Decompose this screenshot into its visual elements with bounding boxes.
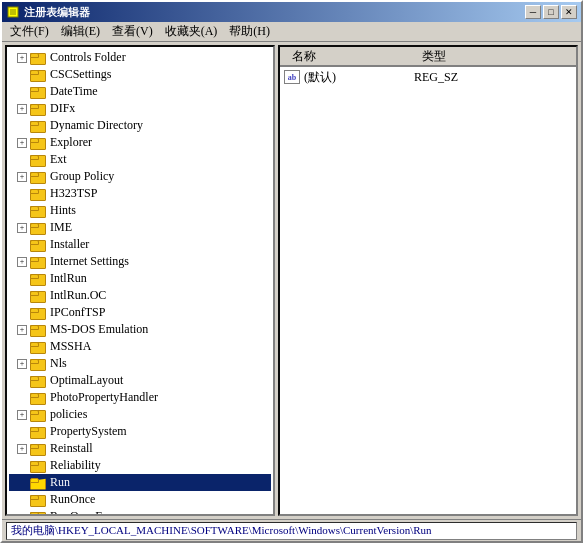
- expand-placeholder-runoncex: [17, 512, 27, 517]
- default-value-type: REG_SZ: [414, 70, 572, 85]
- tree-label-explorer: Explorer: [50, 135, 92, 150]
- folder-icon-difx: [30, 102, 46, 116]
- folder-icon-run: [30, 476, 46, 490]
- menu-item-menu-favorites[interactable]: 收藏夹(A): [159, 21, 224, 42]
- expand-placeholder-reliability: [17, 461, 27, 471]
- expand-placeholder-dynamic-directory: [17, 121, 27, 131]
- folder-icon-mssha: [30, 340, 46, 354]
- menu-bar: 文件(F)编辑(E)查看(V)收藏夹(A)帮助(H): [2, 22, 581, 42]
- expand-btn-policies[interactable]: +: [17, 410, 27, 420]
- tree-label-photo-property-handler: PhotoPropertyHandler: [50, 390, 158, 405]
- folder-icon-runoncex: [30, 510, 46, 517]
- tree-label-ime: IME: [50, 220, 72, 235]
- expand-btn-ms-dos-emulation[interactable]: +: [17, 325, 27, 335]
- tree-item-controls-folder[interactable]: +Controls Folder: [9, 49, 271, 66]
- tree-item-difx[interactable]: +DIFx: [9, 100, 271, 117]
- tree-label-csc-settings: CSCSettings: [50, 67, 111, 82]
- maximize-button[interactable]: □: [543, 5, 559, 19]
- tree-item-explorer[interactable]: +Explorer: [9, 134, 271, 151]
- menu-item-menu-file[interactable]: 文件(F): [4, 21, 55, 42]
- tree-item-internet-settings[interactable]: +Internet Settings: [9, 253, 271, 270]
- tree-label-ipconftsp: IPConfTSP: [50, 305, 105, 320]
- tree-item-group-policy[interactable]: +Group Policy: [9, 168, 271, 185]
- tree-item-hints[interactable]: Hints: [9, 202, 271, 219]
- expand-btn-ime[interactable]: +: [17, 223, 27, 233]
- tree-label-intlrun-oc: IntlRun.OC: [50, 288, 106, 303]
- tree-item-intlrun[interactable]: IntlRun: [9, 270, 271, 287]
- folder-icon-csc-settings: [30, 68, 46, 82]
- menu-item-menu-edit[interactable]: 编辑(E): [55, 21, 106, 42]
- tree-item-datetime[interactable]: DateTime: [9, 83, 271, 100]
- values-header: 名称 类型: [280, 47, 576, 67]
- status-bar: 我的电脑\HKEY_LOCAL_MACHINE\SOFTWARE\Microso…: [2, 519, 581, 541]
- tree-item-mssha[interactable]: MSSHA: [9, 338, 271, 355]
- tree-label-h323tsp: H323TSP: [50, 186, 97, 201]
- menu-item-menu-view[interactable]: 查看(V): [106, 21, 159, 42]
- tree-item-nls[interactable]: +Nls: [9, 355, 271, 372]
- tree-item-reinstall[interactable]: +Reinstall: [9, 440, 271, 457]
- expand-placeholder-mssha: [17, 342, 27, 352]
- tree-label-ext: Ext: [50, 152, 67, 167]
- tree-item-ext[interactable]: Ext: [9, 151, 271, 168]
- expand-placeholder-h323tsp: [17, 189, 27, 199]
- tree-label-policies: policies: [50, 407, 87, 422]
- default-value-row[interactable]: ab (默认) REG_SZ: [280, 67, 576, 87]
- tree-label-dynamic-directory: Dynamic Directory: [50, 118, 143, 133]
- expand-placeholder-runonce: [17, 495, 27, 505]
- tree-item-installer[interactable]: Installer: [9, 236, 271, 253]
- tree-item-policies[interactable]: +policies: [9, 406, 271, 423]
- folder-icon-optimal-layout: [30, 374, 46, 388]
- tree-item-photo-property-handler[interactable]: PhotoPropertyHandler: [9, 389, 271, 406]
- expand-btn-nls[interactable]: +: [17, 359, 27, 369]
- tree-item-optimal-layout[interactable]: OptimalLayout: [9, 372, 271, 389]
- tree-item-ipconftsp[interactable]: IPConfTSP: [9, 304, 271, 321]
- tree-label-ms-dos-emulation: MS-DOS Emulation: [50, 322, 148, 337]
- folder-icon-ipconftsp: [30, 306, 46, 320]
- tree-label-intlrun: IntlRun: [50, 271, 87, 286]
- tree-item-dynamic-directory[interactable]: Dynamic Directory: [9, 117, 271, 134]
- tree-item-intlrun-oc[interactable]: IntlRun.OC: [9, 287, 271, 304]
- tree-item-h323tsp[interactable]: H323TSP: [9, 185, 271, 202]
- folder-icon-ext: [30, 153, 46, 167]
- tree-label-property-system: PropertySystem: [50, 424, 127, 439]
- minimize-button[interactable]: ─: [525, 5, 541, 19]
- expand-btn-difx[interactable]: +: [17, 104, 27, 114]
- tree-item-ime[interactable]: +IME: [9, 219, 271, 236]
- tree-label-group-policy: Group Policy: [50, 169, 114, 184]
- registry-values-pane[interactable]: 名称 类型 ab (默认) REG_SZ: [278, 45, 578, 516]
- folder-icon-photo-property-handler: [30, 391, 46, 405]
- expand-placeholder-datetime: [17, 87, 27, 97]
- tree-label-optimal-layout: OptimalLayout: [50, 373, 123, 388]
- expand-btn-group-policy[interactable]: +: [17, 172, 27, 182]
- folder-icon-datetime: [30, 85, 46, 99]
- tree-item-runoncex[interactable]: RunOnceEx: [9, 508, 271, 516]
- folder-icon-controls-folder: [30, 51, 46, 65]
- tree-item-reliability[interactable]: Reliability: [9, 457, 271, 474]
- tree-label-runoncex: RunOnceEx: [50, 509, 109, 516]
- menu-item-menu-help[interactable]: 帮助(H): [223, 21, 276, 42]
- tree-item-csc-settings[interactable]: CSCSettings: [9, 66, 271, 83]
- expand-btn-reinstall[interactable]: +: [17, 444, 27, 454]
- folder-icon-hints: [30, 204, 46, 218]
- title-bar: 注册表编辑器 ─ □ ✕: [2, 2, 581, 22]
- tree-item-ms-dos-emulation[interactable]: +MS-DOS Emulation: [9, 321, 271, 338]
- tree-item-runonce[interactable]: RunOnce: [9, 491, 271, 508]
- expand-placeholder-optimal-layout: [17, 376, 27, 386]
- window-icon: [6, 5, 20, 19]
- window-title: 注册表编辑器: [24, 5, 525, 20]
- tree-item-run[interactable]: Run: [9, 474, 271, 491]
- folder-icon-runonce: [30, 493, 46, 507]
- expand-placeholder-intlrun: [17, 274, 27, 284]
- close-button[interactable]: ✕: [561, 5, 577, 19]
- name-column-header: 名称: [284, 48, 414, 65]
- main-content: +Controls FolderCSCSettingsDateTime+DIFx…: [2, 42, 581, 519]
- tree-label-difx: DIFx: [50, 101, 75, 116]
- tree-label-internet-settings: Internet Settings: [50, 254, 129, 269]
- expand-placeholder-installer: [17, 240, 27, 250]
- registry-tree-pane[interactable]: +Controls FolderCSCSettingsDateTime+DIFx…: [5, 45, 275, 516]
- expand-btn-explorer[interactable]: +: [17, 138, 27, 148]
- tree-item-property-system[interactable]: PropertySystem: [9, 423, 271, 440]
- expand-btn-controls-folder[interactable]: +: [17, 53, 27, 63]
- expand-btn-internet-settings[interactable]: +: [17, 257, 27, 267]
- registry-editor-window: 注册表编辑器 ─ □ ✕ 文件(F)编辑(E)查看(V)收藏夹(A)帮助(H) …: [0, 0, 583, 543]
